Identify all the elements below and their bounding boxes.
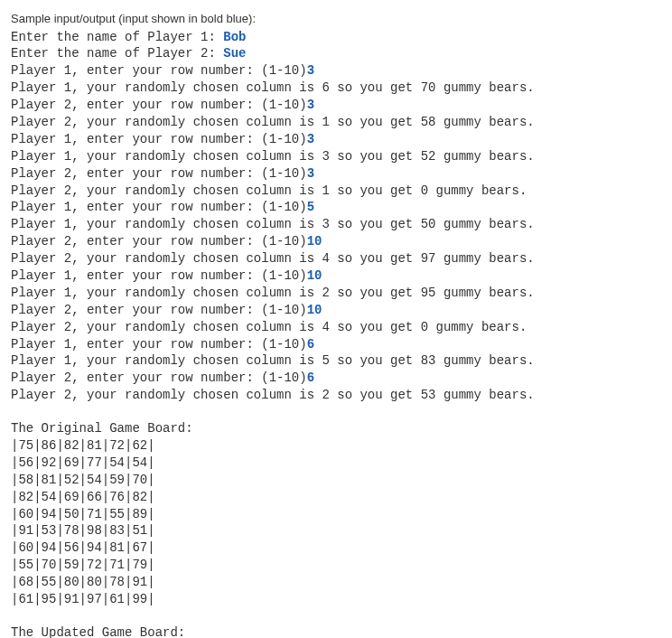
round-result: Player 1, your randomly chosen column is… xyxy=(11,352,661,370)
user-input: Bob xyxy=(223,30,246,44)
board-row: |58|81|52|54|59|70| xyxy=(11,472,661,489)
board-row: |75|86|82|81|72|62| xyxy=(11,437,661,455)
board1-title: The Original Game Board: xyxy=(11,420,661,437)
round-result: Player 1, your randomly chosen column is… xyxy=(11,148,661,165)
prompt-label: Player 1, enter your row number: (1-10) xyxy=(11,268,307,283)
user-input: 6 xyxy=(307,337,314,352)
prompt-label: Player 1, enter your row number: (1-10) xyxy=(11,337,307,352)
prompt-label: Player 2, enter your row number: (1-10) xyxy=(11,371,307,385)
prompt-label: Player 1, enter your row number: (1-10) xyxy=(11,63,307,78)
prompt-player2-name: Enter the name of Player 2: Sue xyxy=(11,45,661,62)
user-input: 6 xyxy=(307,371,314,385)
board-row: |55|70|59|72|71|79| xyxy=(11,557,661,574)
prompt-label: Player 1, enter your row number: (1-10) xyxy=(11,200,307,214)
user-input: 3 xyxy=(307,166,314,181)
board-row: |60|94|56|94|81|67| xyxy=(11,539,661,557)
board-row: |82|54|69|66|76|82| xyxy=(11,489,661,506)
round-result: Player 2, your randomly chosen column is… xyxy=(11,319,661,336)
round-result: Player 1, your randomly chosen column is… xyxy=(11,80,661,97)
round-prompt: Player 1, enter your row number: (1-10)5 xyxy=(11,199,661,216)
round-prompt: Player 2, enter your row number: (1-10)3 xyxy=(11,165,661,183)
board-row: |56|92|69|77|54|54| xyxy=(11,455,661,472)
prompt-label: Player 2, enter your row number: (1-10) xyxy=(11,234,307,249)
prompt-label: Enter the name of Player 1: xyxy=(11,30,223,44)
round-result: Player 2, your randomly chosen column is… xyxy=(11,183,661,200)
user-input: 3 xyxy=(307,132,314,146)
blank-line xyxy=(11,608,661,624)
user-input: Sue xyxy=(223,46,246,61)
board-row: |91|53|78|98|83|51| xyxy=(11,522,661,539)
round-prompt: Player 2, enter your row number: (1-10)1… xyxy=(11,233,661,250)
prompt-label: Player 2, enter your row number: (1-10) xyxy=(11,98,307,112)
user-input: 10 xyxy=(307,303,322,317)
round-result: Player 1, your randomly chosen column is… xyxy=(11,216,661,233)
user-input: 3 xyxy=(307,63,314,78)
round-prompt: Player 2, enter your row number: (1-10)3 xyxy=(11,97,661,114)
user-input: 10 xyxy=(307,234,322,249)
board1-container: |75|86|82|81|72|62||56|92|69|77|54|54||5… xyxy=(11,437,661,608)
round-result: Player 2, your randomly chosen column is… xyxy=(11,250,661,267)
board2-title: The Updated Game Board: xyxy=(11,624,661,638)
board-row: |68|55|80|80|78|91| xyxy=(11,574,661,591)
user-input: 5 xyxy=(307,200,314,214)
prompt-label: Player 2, enter your row number: (1-10) xyxy=(11,166,307,181)
round-result: Player 2, your randomly chosen column is… xyxy=(11,114,661,131)
user-input: 3 xyxy=(307,98,314,112)
prompt-label: Player 1, enter your row number: (1-10) xyxy=(11,132,307,146)
rounds-container: Player 1, enter your row number: (1-10)3… xyxy=(11,62,661,404)
prompt-player1-name: Enter the name of Player 1: Bob xyxy=(11,29,661,46)
round-result: Player 2, your randomly chosen column is… xyxy=(11,387,661,404)
round-prompt: Player 1, enter your row number: (1-10)3 xyxy=(11,131,661,148)
round-prompt: Player 1, enter your row number: (1-10)6 xyxy=(11,336,661,353)
board-row: |61|95|91|97|61|99| xyxy=(11,591,661,608)
round-prompt: Player 1, enter your row number: (1-10)3 xyxy=(11,62,661,80)
user-input: 10 xyxy=(307,268,322,283)
round-prompt: Player 2, enter your row number: (1-10)1… xyxy=(11,302,661,319)
round-prompt: Player 1, enter your row number: (1-10)1… xyxy=(11,267,661,285)
board-row: |60|94|50|71|55|89| xyxy=(11,506,661,523)
prompt-label: Enter the name of Player 2: xyxy=(11,46,223,61)
round-prompt: Player 2, enter your row number: (1-10)6 xyxy=(11,370,661,387)
blank-line xyxy=(11,404,661,420)
round-result: Player 1, your randomly chosen column is… xyxy=(11,285,661,302)
sample-io-header: Sample input/output (input shown in bold… xyxy=(11,11,661,27)
prompt-label: Player 2, enter your row number: (1-10) xyxy=(11,303,307,317)
